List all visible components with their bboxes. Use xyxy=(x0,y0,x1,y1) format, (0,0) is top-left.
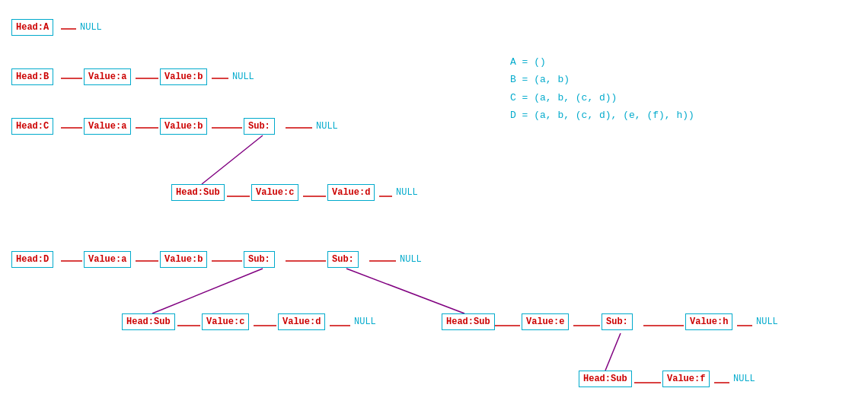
info-line-a: A = () xyxy=(510,53,694,71)
node-d-sub1-head: Head:Sub xyxy=(122,313,175,330)
node-b-val-a: Value:a xyxy=(84,68,131,85)
null-d2-h: NULL xyxy=(756,317,778,327)
node-d-sub2-sub: Sub: xyxy=(602,313,633,330)
node-d-val-a: Value:a xyxy=(84,251,131,268)
null-d-sub2: NULL xyxy=(400,254,422,265)
null-b: NULL xyxy=(232,72,254,82)
node-head-a: Head:A xyxy=(11,19,53,36)
null-csub-d: NULL xyxy=(396,187,418,198)
svg-line-17 xyxy=(152,269,263,313)
node-head-d: Head:D xyxy=(11,251,53,268)
null-d2sf: NULL xyxy=(733,374,755,384)
info-panel: A = () B = (a, b) C = (a, b, (c, d)) D =… xyxy=(510,53,694,125)
svg-line-26 xyxy=(605,333,621,371)
node-d-sub1-val-d: Value:d xyxy=(278,313,325,330)
svg-line-8 xyxy=(202,135,263,184)
node-d-sub2-sub-head: Head:Sub xyxy=(579,371,632,387)
null-d1-d: NULL xyxy=(354,317,376,327)
info-line-b: B = (a, b) xyxy=(510,71,694,88)
node-d-sub1-val-c: Value:c xyxy=(202,313,249,330)
node-c-sub: Sub: xyxy=(244,118,275,135)
null-a: NULL xyxy=(80,22,102,33)
node-c-val-a: Value:a xyxy=(84,118,131,135)
node-b-val-b: Value:b xyxy=(160,68,207,85)
info-line-c: C = (a, b, (c, d)) xyxy=(510,89,694,107)
diagram-container: Head:A NULL Head:B Value:a Value:b NULL … xyxy=(0,0,868,404)
node-d-sub2: Sub: xyxy=(327,251,359,268)
node-d-sub1: Sub: xyxy=(244,251,275,268)
node-head-b: Head:B xyxy=(11,68,53,85)
node-d-sub2-val-e: Value:e xyxy=(522,313,569,330)
node-d-sub2-sub-val-f: Value:f xyxy=(662,371,710,387)
node-head-c: Head:C xyxy=(11,118,53,135)
node-c-sub-head: Head:Sub xyxy=(171,184,225,201)
null-c-sub: NULL xyxy=(316,121,338,132)
node-c-val-b: Value:b xyxy=(160,118,207,135)
svg-line-21 xyxy=(346,269,464,313)
node-d-sub2-head: Head:Sub xyxy=(442,313,495,330)
node-d-val-b: Value:b xyxy=(160,251,207,268)
node-d-sub2-val-h: Value:h xyxy=(685,313,732,330)
node-c-sub-val-d: Value:d xyxy=(327,184,375,201)
connection-lines xyxy=(0,0,868,404)
node-c-sub-val-c: Value:c xyxy=(251,184,298,201)
info-line-d: D = (a, b, (c, d), (e, (f), h)) xyxy=(510,107,694,124)
